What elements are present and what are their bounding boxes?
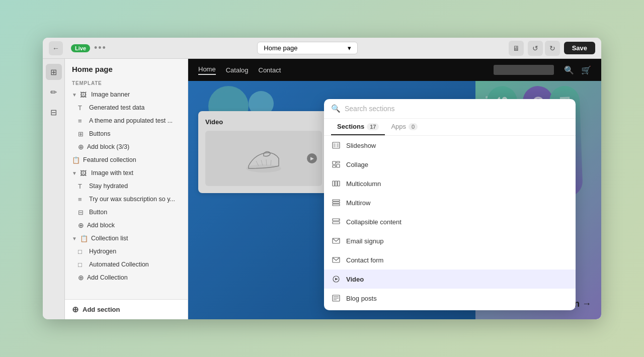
sidebar-design-item[interactable]: ✏	[46, 84, 62, 100]
generated-label: Generated test data	[89, 104, 145, 111]
tree-item-automated[interactable]: □ Automated Collection	[65, 258, 188, 271]
tab-sections[interactable]: Sections 17	[331, 119, 385, 135]
svg-rect-20	[333, 222, 340, 224]
sidebar-blocks-item[interactable]: ⊟	[46, 104, 62, 120]
redo-button[interactable]: ↻	[545, 41, 560, 56]
tab-apps-label: Apps	[391, 123, 406, 130]
buttons-label: Buttons	[89, 130, 110, 137]
pages-icon: ⊞	[50, 67, 57, 77]
section-item-video[interactable]: Video	[324, 270, 576, 289]
top-bar-right: 🖥 ↺ ↻ Save	[509, 41, 595, 56]
text-lines-icon2: ≡	[78, 196, 86, 203]
svg-rect-17	[333, 204, 340, 206]
modal-tabs: Sections 17 Apps 0	[324, 119, 576, 136]
section-list: Slideshow Collage	[324, 136, 576, 310]
video-label: Video	[346, 276, 364, 283]
video-icon	[331, 274, 341, 284]
add-collection-icon: ⊕	[78, 274, 84, 282]
back-button[interactable]: ←	[49, 41, 63, 55]
contact-label: Contact form	[346, 256, 383, 264]
page-title: Home page	[65, 59, 188, 77]
svg-rect-6	[334, 143, 336, 147]
theme-label: A theme and populated test ...	[89, 117, 173, 124]
tree-item-stay[interactable]: T Stay hydrated	[65, 180, 188, 193]
automated-label: Automated Collection	[89, 261, 149, 268]
multicolumn-label: Multicolumn	[346, 180, 381, 188]
add-collection-label: Add Collection	[87, 274, 128, 281]
section-item-contact[interactable]: Contact form	[324, 250, 576, 270]
tab-apps-count: 0	[409, 123, 418, 130]
image-banner-icon: 🖼	[80, 91, 88, 99]
blog-label: Blog posts	[346, 295, 377, 302]
tab-sections-label: Sections	[337, 123, 364, 130]
blog-icon	[331, 293, 341, 303]
section-item-email[interactable]: Email signup	[324, 231, 576, 250]
save-button[interactable]: Save	[564, 42, 595, 54]
icon-sidebar: ⊞ ✏ ⊟	[43, 59, 65, 319]
multirow-icon	[331, 198, 341, 208]
collection-list-label: Collection list	[91, 235, 128, 242]
tree-item-button[interactable]: ⊟ Button	[65, 206, 188, 219]
template-label: TEMPLATE	[65, 77, 188, 88]
svg-rect-7	[337, 143, 339, 147]
preview-area: Home Catalog Contact 🔍 🛒	[188, 59, 601, 319]
collection-list-icon: 📋	[80, 235, 88, 242]
button-label: Button	[89, 209, 107, 216]
section-item-liquid[interactable]: {/} Custom Liquid	[324, 308, 576, 310]
plus-icon: ⊕	[72, 305, 78, 314]
blocks-icon: ⊟	[50, 108, 57, 117]
left-panel: Home page TEMPLATE ▼ 🖼 Image banner T Ge…	[65, 59, 188, 319]
image-text-label: Image with text	[91, 169, 133, 176]
add-icon: ⊕	[78, 143, 84, 151]
featured-label: Featured collection	[83, 156, 136, 163]
sidebar-pages-item[interactable]: ⊞	[46, 64, 62, 80]
tree-item-image-banner[interactable]: ▼ 🖼 Image banner	[65, 88, 188, 101]
svg-rect-10	[337, 164, 340, 167]
chevron-icon3: ▼	[72, 236, 77, 241]
email-icon	[331, 236, 341, 246]
contact-icon	[331, 255, 341, 265]
section-item-slideshow[interactable]: Slideshow	[324, 136, 576, 155]
search-input[interactable]	[345, 105, 569, 113]
undo-button[interactable]: ↺	[528, 41, 543, 56]
tree-item-theme[interactable]: ≡ A theme and populated test ...	[65, 114, 188, 127]
tree-item-image-text[interactable]: ▼ 🖼 Image with text	[65, 166, 188, 180]
stay-label: Stay hydrated	[89, 183, 128, 190]
page-selector[interactable]: Home page ▾	[257, 42, 358, 54]
tree-item-buttons[interactable]: ⊞ Buttons	[65, 127, 188, 140]
section-item-multirow[interactable]: Multirow	[324, 193, 576, 212]
main-area: ⊞ ✏ ⊟ Home page TEMPLATE ▼ 🖼 Image banne…	[43, 59, 601, 319]
svg-rect-16	[333, 202, 340, 204]
add-section-button[interactable]: ⊕ Add section	[65, 299, 188, 319]
tab-apps[interactable]: Apps 0	[385, 119, 424, 135]
button-icon2: ⊟	[78, 209, 86, 216]
tree-item-add-block2[interactable]: ⊕ Add block	[65, 219, 188, 232]
text-icon: T	[78, 104, 86, 112]
search-icon: 🔍	[331, 104, 341, 113]
back-icon: ←	[52, 44, 59, 52]
text-lines-icon: ≡	[78, 117, 86, 125]
chevron-icon: ▼	[72, 170, 77, 176]
section-item-blog[interactable]: Blog posts	[324, 289, 576, 308]
tree-item-generated[interactable]: T Generated test data	[65, 101, 188, 114]
svg-rect-14	[338, 181, 340, 186]
search-modal-overlay: 🔍 Sections 17 Apps 0	[188, 59, 601, 319]
device-icon[interactable]: 🖥	[509, 41, 524, 56]
tree-item-try[interactable]: ≡ Try our wax subscription so y...	[65, 193, 188, 206]
svg-rect-8	[333, 161, 336, 164]
tree-item-hydrogen[interactable]: □ Hydrogen	[65, 245, 188, 258]
more-options-button[interactable]: •••	[94, 43, 107, 53]
tree-item-collection-list[interactable]: ▼ 📋 Collection list	[65, 232, 188, 245]
section-item-collage[interactable]: Collage	[324, 155, 576, 174]
multicolumn-icon	[331, 178, 341, 189]
email-label: Email signup	[346, 237, 383, 245]
undo-redo-group: ↺ ↻	[528, 41, 560, 56]
tree-item-add-collection[interactable]: ⊕ Add Collection	[65, 271, 188, 284]
section-item-multicolumn[interactable]: Multicolumn	[324, 174, 576, 193]
tree-item-featured[interactable]: 📋 Featured collection	[65, 153, 188, 166]
tree-item-add-block[interactable]: ⊕ Add block (3/3)	[65, 140, 188, 153]
collage-label: Collage	[346, 161, 368, 168]
section-item-collapsible[interactable]: Collapsible content	[324, 212, 576, 231]
collage-icon	[331, 159, 341, 169]
hydrogen-label: Hydrogen	[89, 248, 116, 255]
